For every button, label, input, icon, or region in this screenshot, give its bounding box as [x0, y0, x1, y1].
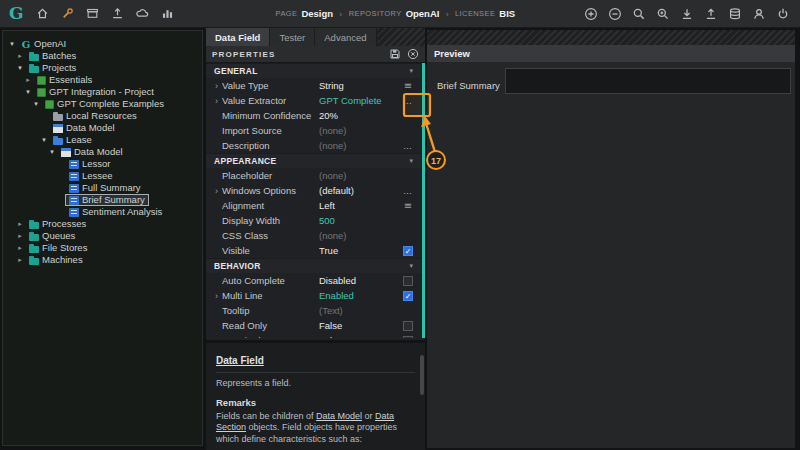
tree-item-lessee[interactable]: Lessee: [3, 170, 202, 182]
tree-expander-icon[interactable]: ▸: [15, 52, 25, 60]
checkbox-checked[interactable]: ✓: [403, 291, 413, 301]
tree-expander-icon[interactable]: ▾: [39, 136, 49, 144]
tree-item-brief-summary[interactable]: Brief Summary: [3, 194, 202, 206]
tree-expander-icon[interactable]: ▸: [15, 244, 25, 252]
topbar-left-icons: [34, 5, 176, 22]
expand-icon[interactable]: ›: [211, 186, 222, 196]
tree-expander-icon[interactable]: ▾: [7, 40, 17, 48]
user-icon[interactable]: [750, 5, 767, 22]
tree-item-full-summary[interactable]: Full Summary: [3, 182, 202, 194]
zoom-icon[interactable]: [654, 5, 671, 22]
breadcrumb-page[interactable]: Design: [301, 8, 333, 19]
ellipsis-button[interactable]: …: [403, 141, 413, 151]
tree-item-label: Lessor: [82, 158, 111, 170]
close-icon[interactable]: [407, 48, 419, 60]
tree-expander-icon[interactable]: ▸: [15, 220, 25, 228]
property-value: (Text): [319, 305, 400, 316]
power-icon[interactable]: [774, 5, 791, 22]
property-row-auto-complete[interactable]: Auto CompleteDisabled: [206, 273, 421, 288]
property-section-appearance[interactable]: APPEARANCE▾: [206, 153, 421, 168]
expand-icon[interactable]: ›: [211, 96, 222, 106]
folder-icon-teal: [29, 222, 39, 229]
dropdown-icon[interactable]: ≡: [404, 80, 412, 91]
help-title-link[interactable]: Data Field: [216, 355, 264, 366]
export-icon[interactable]: [109, 5, 126, 22]
tree-item-processes[interactable]: ▸Processes: [3, 218, 202, 230]
property-row-value-extractor[interactable]: ›Value ExtractorGPT Complete…: [206, 93, 421, 108]
tree-item-essentials[interactable]: ▸Essentials: [3, 74, 202, 86]
help-scrollbar[interactable]: [420, 355, 424, 395]
property-row-display-width[interactable]: Display Width500: [206, 213, 421, 228]
tree-item-data-model[interactable]: Data Model: [3, 122, 202, 134]
properties-scrollbar[interactable]: [422, 63, 425, 338]
checkbox-unchecked[interactable]: [403, 336, 413, 339]
breadcrumb-repository[interactable]: OpenAI: [406, 8, 440, 19]
tab-data-field[interactable]: Data Field: [206, 28, 270, 46]
batches-icon[interactable]: [84, 5, 101, 22]
tab-tester[interactable]: Tester: [270, 28, 315, 46]
cloud-icon[interactable]: [134, 5, 151, 22]
checkbox-unchecked[interactable]: [403, 276, 413, 286]
save-icon[interactable]: [389, 48, 401, 60]
ellipsis-button[interactable]: …: [403, 186, 413, 196]
download-icon[interactable]: [678, 5, 695, 22]
tree-item-queues[interactable]: ▸Queues: [3, 230, 202, 242]
property-row-read-only[interactable]: Read OnlyFalse: [206, 318, 421, 333]
tree-expander-icon[interactable]: ▾: [15, 64, 25, 72]
property-section-behavior[interactable]: BEHAVIOR▾: [206, 258, 421, 273]
property-row-windows-options[interactable]: ›Windows Options(default)…: [206, 183, 421, 198]
tree-expander-icon[interactable]: ▾: [31, 100, 41, 108]
home-icon[interactable]: [34, 5, 51, 22]
search-icon[interactable]: [630, 5, 647, 22]
tree-item-machines[interactable]: ▸Machines: [3, 254, 202, 266]
tree-expander-icon[interactable]: ▸: [23, 76, 33, 84]
checkbox-checked[interactable]: ✓: [403, 246, 413, 256]
property-section-general[interactable]: GENERAL▾: [206, 63, 421, 78]
property-row-alignment[interactable]: AlignmentLeft≡: [206, 198, 421, 213]
breadcrumb-separator-icon: ›: [445, 9, 449, 19]
tree-item-data-model[interactable]: ▾Data Model: [3, 146, 202, 158]
tree-item-lessor[interactable]: Lessor: [3, 158, 202, 170]
property-row-tooltip[interactable]: Tooltip(Text): [206, 303, 421, 318]
upload-icon[interactable]: [702, 5, 719, 22]
divider: [216, 372, 415, 373]
tree-expander-icon[interactable]: ▸: [15, 232, 25, 240]
ellipsis-button[interactable]: …: [403, 96, 413, 106]
tree-expander-icon[interactable]: ▾: [47, 148, 57, 156]
property-row-minimum-confidence[interactable]: Minimum Confidence20%: [206, 108, 421, 123]
property-row-placeholder[interactable]: Placeholder(none): [206, 168, 421, 183]
property-row-value-type[interactable]: ›Value TypeString≡: [206, 78, 421, 93]
dropdown-icon[interactable]: ≡: [404, 200, 412, 211]
tree-item-label: Processes: [42, 218, 86, 230]
tree-expander-icon[interactable]: ▾: [23, 88, 33, 96]
property-row-multi-line[interactable]: ›Multi LineEnabled✓: [206, 288, 421, 303]
minus-circle-icon[interactable]: [606, 5, 623, 22]
expand-icon[interactable]: ›: [211, 81, 222, 91]
checkbox-unchecked[interactable]: [403, 321, 413, 331]
property-row-required[interactable]: RequiredFalse: [206, 333, 421, 338]
help-link-data-model[interactable]: Data Model: [316, 411, 362, 421]
tree-item-file-stores[interactable]: ▸File Stores: [3, 242, 202, 254]
tree-item-lease[interactable]: ▾Lease: [3, 134, 202, 146]
property-row-visible[interactable]: VisibleTrue✓: [206, 243, 421, 258]
tab-advanced[interactable]: Advanced: [315, 28, 376, 46]
property-row-css-class[interactable]: CSS Class(none): [206, 228, 421, 243]
tree-expander-icon[interactable]: ▸: [15, 256, 25, 264]
tree-item-local-resources[interactable]: Local Resources: [3, 110, 202, 122]
property-row-description[interactable]: Description(none)…: [206, 138, 421, 153]
tree-item-sentiment-analysis[interactable]: Sentiment Analysis: [3, 206, 202, 218]
property-row-import-source[interactable]: Import Source(none): [206, 123, 421, 138]
tree-item-gpt-complete-examples[interactable]: ▾GPT Complete Examples: [3, 98, 202, 110]
expand-icon[interactable]: ›: [211, 291, 222, 301]
tree-item-openai[interactable]: ▾GOpenAI: [3, 38, 202, 50]
tree-item-label: GPT Integration - Project: [49, 86, 154, 98]
stats-icon[interactable]: [159, 5, 176, 22]
add-circle-icon[interactable]: [582, 5, 599, 22]
breadcrumb-licensee[interactable]: BIS: [499, 8, 515, 19]
tools-icon[interactable]: [59, 5, 76, 22]
database-icon[interactable]: [726, 5, 743, 22]
tree-item-batches[interactable]: ▸Batches: [3, 50, 202, 62]
tree-item-gpt-integration-project[interactable]: ▾GPT Integration - Project: [3, 86, 202, 98]
tree-item-projects[interactable]: ▾Projects: [3, 62, 202, 74]
preview-field-input[interactable]: [505, 68, 791, 94]
